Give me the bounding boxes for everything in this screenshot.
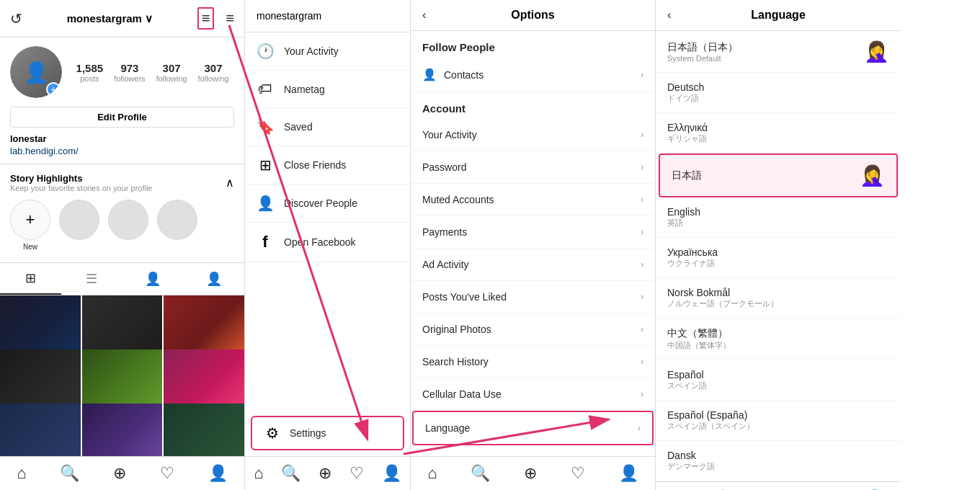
cellular-data-item[interactable]: Cellular Data Use ›	[411, 378, 655, 411]
language-item-greek[interactable]: Ελληνικά ギリシャ語	[656, 113, 901, 153]
menu-item-close-friends[interactable]: ⊞ Close Friends	[245, 146, 410, 184]
profile-link[interactable]: lab.hendigi.com/	[0, 144, 244, 158]
add-nav-2[interactable]: ⊕	[318, 464, 331, 483]
menu-item-saved[interactable]: 🔖 Saved	[245, 108, 410, 146]
language-item-spanish-es[interactable]: Español (España) スペイン語（スペイン）	[656, 401, 901, 441]
account-section-title: Account	[411, 92, 655, 119]
highlight-2[interactable]	[108, 200, 148, 251]
tab-grid[interactable]: ⊞	[0, 263, 61, 295]
chevron-up-icon[interactable]: ∧	[226, 176, 234, 190]
edit-profile-button[interactable]: Edit Profile	[10, 107, 234, 128]
follow-people-section-title: Follow People	[411, 31, 655, 58]
payments-chevron: ›	[641, 227, 643, 237]
language-item-japanese[interactable]: 日本語 🤦‍♀️	[659, 153, 898, 197]
activity-icon: 🕐	[257, 43, 274, 60]
search-history-item[interactable]: Search History ›	[411, 346, 655, 378]
story-highlights-section: Story Highlights Keep your favorite stor…	[0, 164, 244, 257]
search-chevron: ›	[641, 357, 643, 367]
tab-tagged[interactable]: 👤	[122, 263, 184, 295]
posts-stat: 1,585 posts	[76, 62, 104, 83]
language-chevron: ›	[638, 423, 641, 433]
search-nav-3[interactable]: 🔍	[471, 464, 490, 483]
photos-chevron: ›	[641, 324, 643, 334]
language-item-spanish[interactable]: Español スペイン語	[656, 360, 901, 401]
highlight-circle-3[interactable]	[157, 200, 197, 240]
facebook-icon: f	[257, 233, 274, 251]
menu-item-nametag[interactable]: 🏷 Nametag	[245, 71, 410, 108]
add-nav-icon[interactable]: ⊕	[113, 464, 126, 483]
discover-icon: 👤	[257, 195, 274, 212]
your-activity-item[interactable]: Your Activity ›	[411, 119, 655, 151]
menu-item-discover[interactable]: 👤 Discover People	[245, 184, 410, 223]
profile-bottom-nav: ⌂ 🔍 ⊕ ♡ 👤	[0, 456, 244, 490]
home-nav-2[interactable]: ⌂	[254, 464, 263, 483]
following-stat[interactable]: 307 following	[156, 62, 187, 83]
following-stat-2[interactable]: 307 following	[198, 62, 229, 83]
settings-button[interactable]: ⚙ Settings	[251, 416, 404, 450]
language-panel: ‹ Language 日本語（日本） System Default 🤦‍♀️ D…	[656, 0, 901, 490]
language-item-english[interactable]: English 英語	[656, 197, 901, 238]
posts-liked-item[interactable]: Posts You've Liked ›	[411, 281, 655, 313]
photo-cell-8[interactable]	[82, 404, 163, 456]
home-nav-3[interactable]: ⌂	[427, 464, 437, 483]
settings-icon: ⚙	[264, 424, 281, 442]
home-nav-icon[interactable]: ⌂	[17, 464, 26, 483]
language-back-icon[interactable]: ‹	[667, 9, 671, 22]
cellular-chevron: ›	[641, 389, 643, 399]
language-item-chinese[interactable]: 中文（繁體） 中国語（繁体字）	[656, 318, 901, 360]
photo-cell-7[interactable]	[0, 404, 81, 456]
followers-stat[interactable]: 973 followers	[114, 62, 145, 83]
heart-nav-icon[interactable]: ♡	[160, 464, 174, 483]
photo-cell-9[interactable]	[164, 404, 244, 456]
tab-list[interactable]: ☰	[61, 263, 122, 295]
highlight-circle-1[interactable]	[59, 200, 99, 240]
new-highlight-circle[interactable]: +	[10, 200, 50, 240]
original-photos-item[interactable]: Original Photos ›	[411, 313, 655, 346]
menu-item-activity[interactable]: 🕐 Your Activity	[245, 32, 410, 71]
menu-panel: monestargram 🕐 Your Activity 🏷 Nametag 🔖…	[245, 0, 411, 490]
language-item-ukrainian[interactable]: Українська ウクライナ語	[656, 238, 901, 278]
contacts-icon: 👤	[422, 68, 437, 81]
language-item-japanese-default[interactable]: 日本語（日本） System Default 🤦‍♀️	[656, 31, 901, 73]
new-highlight[interactable]: + New	[10, 200, 50, 251]
menu-icon-right[interactable]: ≡	[226, 10, 234, 27]
heart-nav-3[interactable]: ♡	[571, 464, 585, 483]
emoji-0: 🤦‍♀️	[864, 40, 889, 63]
highlight-circle-2[interactable]	[108, 200, 148, 240]
profile-username[interactable]: monestargram ∨	[67, 12, 153, 25]
add-nav-3[interactable]: ⊕	[524, 464, 537, 483]
language-item-danish[interactable]: Dansk デンマーク語	[656, 441, 901, 481]
search-nav-2[interactable]: 🔍	[281, 464, 300, 483]
heart-nav-2[interactable]: ♡	[349, 464, 364, 483]
menu-item-facebook[interactable]: f Open Facebook	[245, 223, 410, 262]
profile-nav-3[interactable]: 👤	[619, 464, 638, 483]
ad-chevron: ›	[641, 259, 643, 270]
history-icon[interactable]: ↺	[10, 10, 22, 27]
language-item-norwegian[interactable]: Norsk Bokmål ノルウェー語（ブークモール）	[656, 278, 901, 318]
tab-tagged-2[interactable]: 👤	[183, 263, 244, 295]
saved-icon: 🔖	[257, 118, 274, 135]
contacts-item[interactable]: 👤 Contacts ›	[411, 58, 655, 92]
hamburger-icon[interactable]: ≡	[197, 7, 215, 30]
profile-nav-icon[interactable]: 👤	[208, 464, 228, 483]
highlight-3[interactable]	[157, 200, 197, 251]
payments-item[interactable]: Payments ›	[411, 216, 655, 249]
ad-activity-item[interactable]: Ad Activity ›	[411, 249, 655, 281]
search-nav-icon[interactable]: 🔍	[60, 464, 79, 483]
password-item[interactable]: Password ›	[411, 151, 655, 184]
language-item[interactable]: Language ›	[412, 411, 654, 445]
profile-nav-2[interactable]: 👤	[382, 464, 401, 483]
avatar-plus-icon[interactable]: +	[46, 82, 61, 97]
avatar: 👤 +	[10, 46, 62, 98]
muted-accounts-item[interactable]: Muted Accounts ›	[411, 184, 655, 216]
emoji-3: 🤦‍♀️	[860, 164, 885, 187]
close-friends-icon: ⊞	[257, 156, 274, 174]
highlights-header: Story Highlights Keep your favorite stor…	[10, 173, 234, 192]
options-header: ‹ Options	[411, 0, 655, 31]
options-panel: ‹ Options Follow People 👤 Contacts › Acc…	[411, 0, 656, 490]
highlight-1[interactable]	[59, 200, 99, 251]
password-chevron: ›	[641, 162, 643, 172]
options-back-icon[interactable]: ‹	[422, 9, 426, 22]
header-icons: ≡ ≡	[197, 7, 234, 30]
language-item-deutsch[interactable]: Deutsch ドイツ語	[656, 73, 901, 113]
